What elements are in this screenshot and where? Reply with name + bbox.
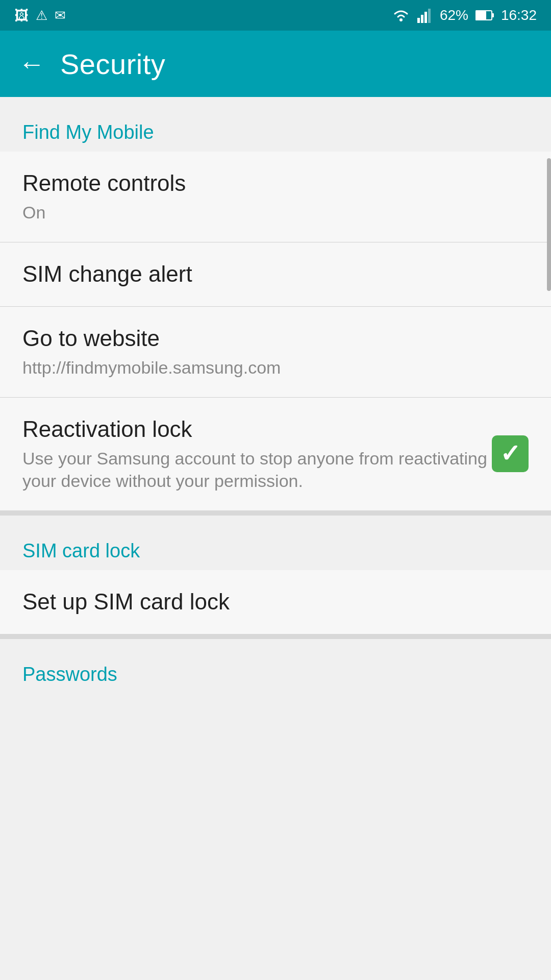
settings-item-setup-sim-lock[interactable]: Set up SIM card lock [0, 570, 551, 634]
settings-item-go-to-website[interactable]: Go to website http://findmymobile.samsun… [0, 307, 551, 397]
section-divider-2 [0, 634, 551, 639]
svg-rect-4 [428, 9, 431, 23]
svg-rect-7 [492, 13, 494, 17]
wifi-icon [392, 8, 410, 23]
setup-sim-lock-title: Set up SIM card lock [22, 589, 529, 616]
settings-item-sim-change-alert[interactable]: SIM change alert [0, 242, 551, 306]
toolbar: ← Security [0, 31, 551, 97]
remote-controls-title: Remote controls [22, 170, 529, 197]
signal-icon [417, 8, 433, 23]
remote-controls-subtitle: On [22, 201, 529, 224]
reactivation-lock-title: Reactivation lock [22, 416, 492, 443]
scrollbar-thumb[interactable] [547, 158, 551, 291]
sim-change-alert-title: SIM change alert [22, 261, 529, 288]
section-divider-1 [0, 510, 551, 516]
content-area: Find My Mobile Remote controls On SIM ch… [0, 97, 551, 694]
warning-icon: ⚠ [36, 8, 47, 23]
go-to-website-title: Go to website [22, 325, 529, 352]
reactivation-lock-subtitle: Use your Samsung account to stop anyone … [22, 447, 492, 492]
settings-item-reactivation-lock[interactable]: Reactivation lock Use your Samsung accou… [0, 398, 551, 510]
scrollbar-track[interactable] [547, 97, 551, 556]
status-bar: 🖼 ⚠ ✉ 62% [0, 0, 551, 31]
status-bar-left: 🖼 ⚠ ✉ [14, 7, 66, 24]
section-header-passwords[interactable]: Passwords [0, 639, 551, 694]
battery-icon [475, 10, 494, 21]
status-bar-right: 62% 16:32 [392, 7, 537, 23]
battery-percent: 62% [440, 7, 468, 23]
section-header-find-my-mobile[interactable]: Find My Mobile [0, 97, 551, 152]
gmail-icon: ✉ [55, 8, 66, 23]
image-icon: 🖼 [14, 7, 29, 24]
svg-rect-1 [417, 18, 420, 23]
go-to-website-subtitle: http://findmymobile.samsung.com [22, 356, 529, 379]
reactivation-lock-checkbox[interactable] [492, 435, 529, 472]
page-title: Security [60, 47, 165, 81]
back-button[interactable]: ← [18, 51, 45, 77]
svg-rect-6 [476, 11, 486, 19]
svg-rect-3 [424, 12, 427, 23]
time-display: 16:32 [501, 7, 537, 23]
settings-item-remote-controls[interactable]: Remote controls On [0, 152, 551, 242]
svg-rect-2 [421, 15, 423, 23]
section-header-sim-card-lock[interactable]: SIM card lock [0, 516, 551, 570]
svg-point-0 [399, 18, 403, 21]
